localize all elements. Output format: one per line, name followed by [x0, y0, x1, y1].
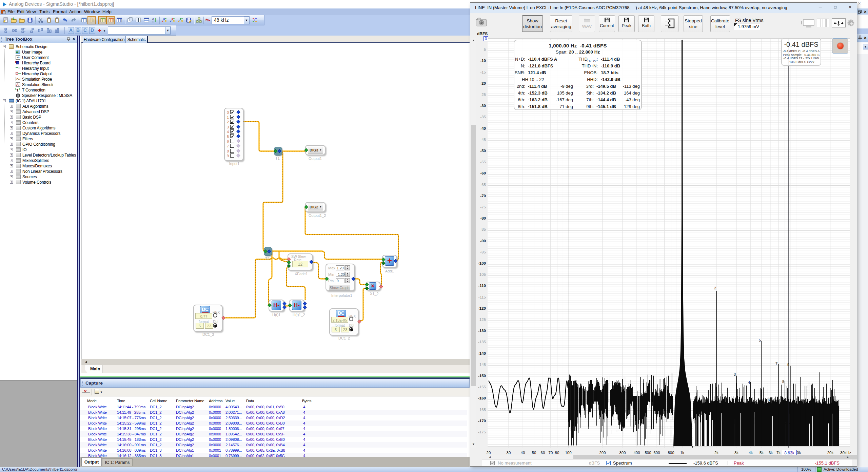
svg-text:A: A	[152, 18, 154, 20]
svg-text:Z: Z	[152, 20, 154, 23]
